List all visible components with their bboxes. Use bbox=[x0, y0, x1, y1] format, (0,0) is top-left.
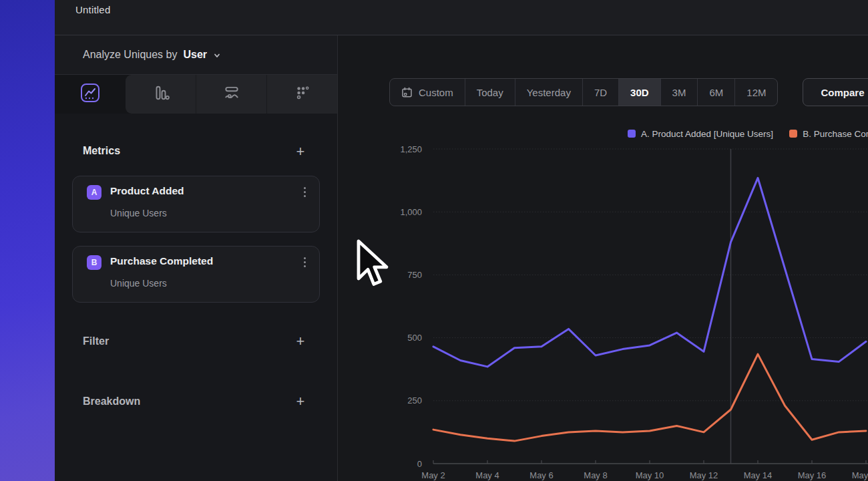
add-metric-button[interactable]: + bbox=[292, 144, 308, 160]
metric-badge: B bbox=[87, 255, 101, 270]
breakdown-section-label: Breakdown bbox=[83, 395, 140, 408]
metric-badge: A bbox=[87, 185, 101, 200]
retention-dots-icon bbox=[294, 84, 311, 104]
metric-title: Product Added bbox=[110, 185, 184, 197]
range-button-label: Custom bbox=[419, 87, 453, 98]
line-chart-icon bbox=[80, 83, 100, 106]
range-button-label: 12M bbox=[746, 87, 766, 98]
chart-type-tabs bbox=[55, 75, 337, 114]
metrics-section-label: Metrics bbox=[83, 145, 120, 157]
report-title[interactable]: Untitled bbox=[75, 4, 110, 15]
desktop-gradient-background bbox=[0, 0, 55, 481]
kebab-menu-icon[interactable] bbox=[299, 255, 310, 269]
legend-swatch bbox=[628, 130, 636, 138]
add-filter-button[interactable]: + bbox=[292, 333, 308, 349]
range-button-7d[interactable]: 7D bbox=[582, 79, 618, 106]
metric-card-a[interactable]: AProduct AddedUnique Users bbox=[72, 176, 320, 232]
chevron-down-icon[interactable] bbox=[213, 50, 221, 62]
range-button-12m[interactable]: 12M bbox=[734, 79, 777, 106]
compare-button[interactable]: Compare bbox=[803, 78, 868, 106]
range-button-label: Yesterday bbox=[527, 87, 571, 98]
range-button-today[interactable]: Today bbox=[465, 79, 515, 106]
analyze-label: Analyze Uniques by bbox=[83, 49, 177, 61]
tab-bar-chart[interactable] bbox=[126, 75, 196, 114]
range-button-label: Today bbox=[477, 87, 503, 98]
calendar-icon bbox=[401, 87, 413, 98]
range-button-30d[interactable]: 30D bbox=[618, 79, 660, 106]
sidebar-divider bbox=[337, 35, 338, 481]
range-button-label: 3M bbox=[672, 87, 686, 98]
bar-chart-icon bbox=[152, 84, 170, 104]
filter-section-label: Filter bbox=[83, 335, 109, 347]
chart-legend: A. Product Added [Unique Users]B. Purcha… bbox=[628, 127, 868, 140]
kebab-menu-icon[interactable] bbox=[299, 185, 310, 198]
mouse-cursor bbox=[355, 238, 391, 296]
tab-insights-line-chart[interactable] bbox=[55, 75, 126, 114]
range-button-3m[interactable]: 3M bbox=[660, 79, 698, 106]
metric-measurement[interactable]: Unique Users bbox=[110, 278, 167, 289]
range-button-custom[interactable]: Custom bbox=[390, 79, 465, 106]
legend-item[interactable]: A. Product Added [Unique Users] bbox=[628, 129, 773, 139]
range-button-yesterday[interactable]: Yesterday bbox=[515, 79, 582, 106]
legend-label: A. Product Added [Unique Users] bbox=[641, 129, 773, 139]
analyze-by-dropdown[interactable]: User bbox=[183, 49, 207, 61]
tab-flows[interactable] bbox=[196, 75, 266, 114]
add-breakdown-button[interactable]: + bbox=[292, 393, 308, 410]
date-range-control: CustomTodayYesterday7D30D3M6M12M bbox=[389, 78, 778, 106]
range-button-label: 6M bbox=[709, 87, 723, 98]
legend-label: B. Purchase Completed [Unique Users] bbox=[803, 129, 868, 139]
range-button-6m[interactable]: 6M bbox=[697, 79, 734, 106]
tab-retention[interactable] bbox=[266, 75, 337, 114]
analyze-header: Analyze Uniques by User bbox=[55, 35, 337, 75]
metric-title: Purchase Completed bbox=[110, 255, 213, 267]
range-button-label: 7D bbox=[594, 87, 607, 98]
legend-item[interactable]: B. Purchase Completed [Unique Users] bbox=[789, 129, 868, 139]
metric-card-b[interactable]: BPurchase CompletedUnique Users bbox=[72, 246, 320, 303]
analytics-app-window: Untitled Analyze Uniques by User bbox=[0, 0, 868, 481]
inactive-tabs-block bbox=[126, 75, 337, 114]
top-bar: Untitled bbox=[55, 0, 868, 35]
range-button-label: 30D bbox=[630, 87, 649, 98]
metric-measurement[interactable]: Unique Users bbox=[110, 208, 167, 218]
flows-icon bbox=[223, 84, 240, 104]
legend-swatch bbox=[789, 130, 797, 138]
